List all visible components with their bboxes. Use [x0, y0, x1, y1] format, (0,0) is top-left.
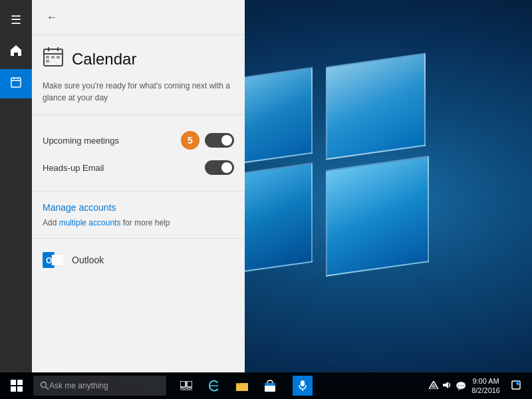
svg-rect-16: [57, 56, 60, 59]
notification-center-button[interactable]: 1: [505, 372, 527, 399]
store-icon: [265, 380, 275, 392]
panel-header: ←: [32, 0, 245, 35]
network-icon[interactable]: [429, 381, 438, 391]
clock-time: 9:00 AM: [471, 376, 500, 386]
heads-up-email-row: Heads-up Email: [43, 155, 234, 180]
svg-marker-43: [443, 382, 448, 388]
file-explorer-icon: [236, 380, 248, 391]
svg-rect-30: [180, 381, 186, 387]
clock-date: 8/2/2016: [471, 386, 500, 395]
cortana-search-bar[interactable]: Ask me anything: [33, 376, 166, 396]
multiple-accounts-link[interactable]: multiple accounts: [59, 218, 121, 227]
toggle-thumb: [221, 135, 232, 146]
svg-rect-47: [301, 380, 305, 386]
settings-section: Upcoming meetings 5 Heads-up Email: [32, 115, 245, 192]
panel-title-section: Calendar: [32, 35, 245, 80]
toggle-track-2: [205, 160, 234, 175]
heads-up-email-toggle-wrapper: [205, 160, 234, 175]
taskbar-right: 💬 9:00 AM 8/2/2016 1: [429, 372, 532, 399]
manage-accounts-title: Manage accounts: [43, 202, 234, 213]
svg-rect-34: [190, 388, 192, 390]
toggle-thumb-2: [221, 162, 232, 173]
volume-svg: [442, 380, 452, 390]
task-view-button[interactable]: [173, 372, 200, 399]
outlook-label: Outlook: [72, 255, 104, 265]
message-icon[interactable]: 💬: [456, 381, 466, 391]
svg-rect-14: [46, 56, 49, 59]
panel-title: Calendar: [72, 50, 136, 68]
microphone-icon: [299, 380, 307, 391]
svg-rect-25: [17, 380, 23, 385]
sidebar-hamburger[interactable]: ☰: [0, 5, 32, 35]
accounts-desc-after: for more help: [120, 218, 170, 227]
svg-rect-26: [11, 386, 16, 392]
svg-rect-17: [46, 60, 49, 63]
cortana-mic-button[interactable]: [293, 376, 313, 396]
manage-accounts-section: Manage accounts Add multiple accounts fo…: [32, 192, 245, 239]
heads-up-email-label: Heads-up Email: [43, 163, 104, 173]
task-view-icon: [180, 381, 192, 390]
system-tray-icons: 💬: [429, 380, 466, 392]
svg-rect-31: [187, 381, 192, 387]
taskbar-pinned-icons: [173, 372, 283, 399]
search-icon: [40, 381, 49, 390]
accounts-desc-before: Add: [43, 218, 59, 227]
network-svg: [429, 381, 438, 389]
svg-line-29: [46, 387, 49, 390]
svg-text:O: O: [46, 256, 52, 265]
toggle-track: [205, 133, 234, 148]
upcoming-meetings-toggle[interactable]: [205, 133, 234, 148]
heads-up-email-toggle[interactable]: [205, 160, 234, 175]
edge-button[interactable]: [201, 372, 227, 399]
settings-panel: ← Calendar Make sure you're ready for wh…: [32, 0, 245, 372]
svg-rect-15: [51, 56, 55, 59]
svg-rect-6: [11, 78, 21, 87]
volume-icon[interactable]: [442, 380, 452, 392]
sidebar-item-home[interactable]: [0, 37, 32, 66]
upcoming-meetings-badge: 5: [181, 131, 200, 150]
cortana-placeholder: Ask me anything: [49, 381, 108, 390]
notification-icon: 1: [511, 380, 521, 391]
upcoming-meetings-label: Upcoming meetings: [43, 136, 119, 146]
back-button[interactable]: ←: [43, 8, 61, 27]
taskbar: Ask me anything: [0, 372, 532, 399]
back-icon: ←: [47, 11, 57, 23]
edge-icon: [208, 380, 220, 392]
sidebar: ☰: [0, 0, 32, 372]
sidebar-item-notifications[interactable]: [0, 69, 32, 98]
notifications-icon: [9, 76, 23, 92]
file-explorer-button[interactable]: [229, 372, 255, 399]
svg-rect-33: [185, 388, 188, 390]
home-icon: [9, 44, 23, 61]
store-button[interactable]: [257, 372, 283, 399]
svg-rect-38: [265, 383, 275, 386]
manage-accounts-desc: Add multiple accounts for more help: [43, 218, 234, 227]
outlook-section[interactable]: O Outlook: [32, 239, 245, 281]
svg-rect-27: [17, 386, 23, 392]
windows-icon: [11, 380, 23, 392]
clock[interactable]: 9:00 AM 8/2/2016: [471, 376, 500, 396]
panel-description: Make sure you're ready for what's coming…: [32, 80, 245, 115]
calendar-icon: [43, 46, 64, 72]
upcoming-meetings-row: Upcoming meetings 5: [43, 126, 234, 155]
svg-point-28: [41, 382, 47, 388]
start-button[interactable]: [0, 372, 33, 399]
outlook-icon: O: [43, 249, 64, 271]
svg-rect-32: [180, 388, 184, 390]
upcoming-meetings-toggle-wrapper: 5: [181, 131, 234, 150]
svg-rect-24: [11, 380, 16, 385]
hamburger-icon: ☰: [11, 13, 21, 27]
